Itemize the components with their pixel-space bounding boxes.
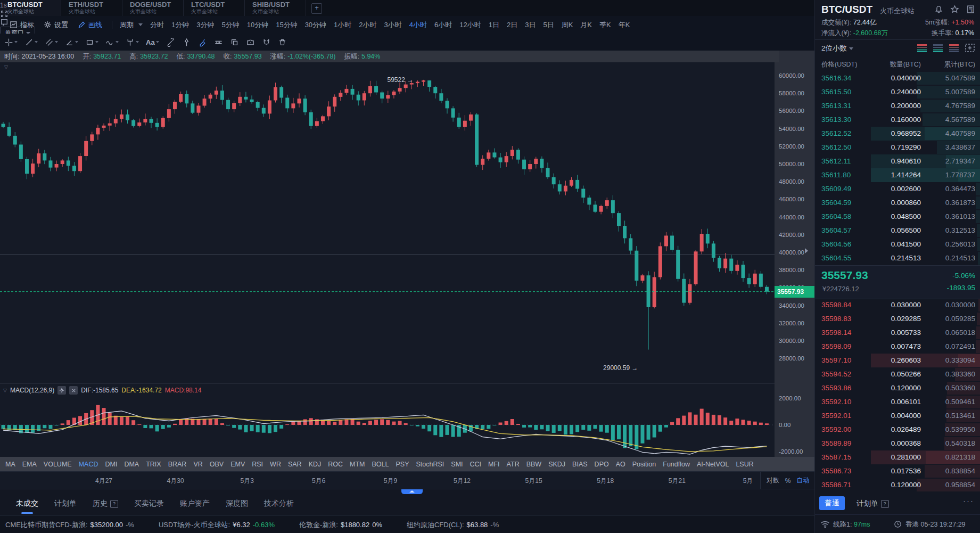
timeframe-12小时[interactable]: 12小时 — [459, 20, 481, 30]
layout-switch-icon[interactable]: B — [966, 5, 975, 14]
timeframe-月K[interactable]: 月K — [580, 20, 592, 30]
chart-collapse-chevron-icon[interactable]: ▽ — [4, 64, 8, 70]
indicator-tab-roc[interactable]: ROC — [328, 461, 343, 468]
ask-row[interactable]: 35613.300.1600004.567589 — [815, 113, 980, 127]
bid-row[interactable]: 35597.100.2606030.333094 — [815, 354, 980, 367]
ask-row[interactable]: 35604.590.0008600.361873 — [815, 196, 980, 210]
bid-row[interactable]: 35592.010.0040000.513461 — [815, 409, 980, 423]
macd-collapse-chevron-icon[interactable]: ▽ — [3, 388, 7, 393]
log-scale-toggle[interactable]: 对数 — [767, 476, 779, 485]
add-widget-icon[interactable] — [965, 43, 975, 53]
percent-scale-toggle[interactable]: % — [785, 477, 791, 485]
add-pair-button[interactable]: + — [311, 3, 322, 14]
bid-row[interactable]: 35593.860.1200000.503360 — [815, 381, 980, 395]
indicator-tab-ema[interactable]: EMA — [22, 461, 37, 468]
cursor-crosshair-tool-icon[interactable] — [3, 37, 19, 48]
collapse-handle[interactable] — [401, 489, 423, 494]
timeframe-1日[interactable]: 1日 — [489, 20, 499, 30]
measure-tool-icon[interactable] — [213, 37, 224, 48]
indicator-tab-emv[interactable]: EMV — [230, 461, 245, 468]
refresh-interval-label[interactable]: 1s — [0, 2, 7, 9]
ask-row[interactable]: 35616.340.0400005.047589 — [815, 71, 980, 85]
macd-close-icon[interactable] — [69, 386, 78, 395]
indicator-tab-boll[interactable]: BOLL — [372, 461, 389, 468]
bid-row[interactable]: 35592.000.0264890.539950 — [815, 423, 980, 437]
indicator-tab-atr[interactable]: ATR — [507, 461, 520, 468]
pair-tab-ltc[interactable]: LTC/USDT火币全球站 — [184, 0, 245, 17]
indicator-tab-vr[interactable]: VR — [193, 461, 202, 468]
fullscreen-icon[interactable] — [0, 10, 9, 18]
order-type-normal-button[interactable]: 普通 — [819, 496, 845, 510]
indicator-tab-ma[interactable]: MA — [5, 461, 15, 468]
indicator-tab-trix[interactable]: TRIX — [146, 461, 161, 468]
trend-line-tool-icon[interactable] — [23, 37, 39, 48]
ask-row[interactable]: 35604.570.0565000.312513 — [815, 224, 980, 237]
timeframe-年K[interactable]: 年K — [619, 20, 630, 30]
bid-row[interactable]: 35587.150.2810000.821318 — [815, 450, 980, 464]
timeframe-周K[interactable]: 周K — [562, 20, 573, 30]
pair-tab-doge[interactable]: DOGE/USDT火币全球站 — [122, 0, 184, 17]
timeframe-10分钟[interactable]: 10分钟 — [247, 20, 268, 30]
indicator-tab-ao[interactable]: AO — [616, 461, 625, 468]
timeframe-分时[interactable]: 分时 — [150, 20, 164, 30]
favorite-star-icon[interactable] — [950, 5, 959, 14]
ask-row[interactable]: 35612.520.9689524.407589 — [815, 127, 980, 141]
timeframe-3日[interactable]: 3日 — [525, 20, 536, 30]
pin-tool-icon[interactable] — [181, 37, 192, 48]
indicator-tab-smi[interactable]: SMI — [451, 461, 463, 468]
timeframe-2日[interactable]: 2日 — [507, 20, 517, 30]
timeframe-季K[interactable]: 季K — [599, 20, 611, 30]
bid-row[interactable]: 35592.100.0061010.509461 — [815, 395, 980, 409]
indicator-tab-volume[interactable]: VOLUME — [44, 461, 72, 468]
ask-row[interactable]: 35613.310.2000004.767589 — [815, 99, 980, 113]
settings-button[interactable]: 设置 — [44, 20, 68, 30]
indicator-tab-mtm[interactable]: MTM — [350, 461, 365, 468]
indicator-tab-bias[interactable]: BIAS — [572, 461, 588, 468]
wave-line-tool-icon[interactable] — [104, 37, 120, 48]
ask-row[interactable]: 35611.801.4142641.778737 — [815, 168, 980, 182]
timeframe-2小时[interactable]: 2小时 — [359, 20, 376, 30]
indicator-tab-wr[interactable]: WR — [270, 461, 281, 468]
indicator-tab-position[interactable]: Position — [632, 461, 656, 468]
indicator-tab-mfi[interactable]: MFI — [488, 461, 500, 468]
rectangle-shape-tool-icon[interactable] — [84, 37, 100, 48]
indicator-tab-kdj[interactable]: KDJ — [309, 461, 322, 468]
indicator-tab-macd[interactable]: MACD — [79, 461, 98, 468]
timeframe-6小时[interactable]: 6小时 — [434, 20, 452, 30]
bid-row[interactable]: 35594.520.0502660.383360 — [815, 367, 980, 381]
timeframe-15分钟[interactable]: 15分钟 — [276, 20, 297, 30]
ask-row[interactable]: 35609.490.0026000.364473 — [815, 182, 980, 196]
indicator-tab-sar[interactable]: SAR — [288, 461, 302, 468]
timeframe-1小时[interactable]: 1小时 — [334, 20, 351, 30]
time-axis[interactable]: 对数 % 自动 4月274月305月35月65月95月125月155月185月2… — [0, 471, 814, 489]
last-price-block[interactable]: 35557.93 -5.06% ¥224726.12 -1893.95 — [815, 265, 980, 299]
indicator-tab-bbw[interactable]: BBW — [526, 461, 541, 468]
bid-row[interactable]: 35589.890.0003680.540318 — [815, 437, 980, 450]
orders-tab-深度图[interactable]: 深度图 — [226, 489, 248, 509]
timeframe-5分钟[interactable]: 5分钟 — [221, 20, 239, 30]
book-view-bids-icon[interactable] — [933, 43, 943, 53]
pitchfork-tool-icon[interactable] — [125, 37, 140, 48]
magnet-tool-icon[interactable] — [261, 37, 272, 48]
book-view-asks-icon[interactable] — [949, 43, 959, 53]
indicator-tab-stochrsi[interactable]: StochRSI — [416, 461, 444, 468]
ask-row[interactable]: 35604.560.0415000.256013 — [815, 237, 980, 251]
timeframe-3小时[interactable]: 3小时 — [384, 20, 402, 30]
bid-row[interactable]: 35598.140.0057330.065018 — [815, 326, 980, 340]
timeframe-3分钟[interactable]: 3分钟 — [196, 20, 214, 30]
parallel-channel-tool-icon[interactable] — [44, 37, 59, 48]
more-options-button[interactable]: ··· — [963, 496, 974, 505]
bid-row[interactable]: 35598.090.0074730.072491 — [815, 340, 980, 354]
orders-tab-历史[interactable]: 历史? — [93, 489, 118, 509]
collapse-panel-arrow-icon[interactable] — [805, 248, 808, 253]
draw-button[interactable]: 画线 — [78, 20, 102, 30]
bid-row[interactable]: 35598.840.0300000.030000 — [815, 298, 980, 312]
bid-row[interactable]: 35586.710.1200000.958854 — [815, 478, 980, 492]
indicator-tab-ai-netvol[interactable]: AI-NetVOL — [697, 461, 729, 468]
decimals-dropdown[interactable]: 2位小数 — [821, 44, 853, 53]
candlestick-chart-canvas[interactable]: 59522 →29000.59 → — [0, 51, 775, 457]
timeframe-4小时[interactable]: 4小时 — [409, 20, 427, 30]
bid-row[interactable]: 35598.830.0292850.059285 — [815, 312, 980, 326]
orders-tab-技术分析[interactable]: 技术分析 — [264, 489, 294, 509]
ask-row[interactable]: 35612.500.7192903.438637 — [815, 141, 980, 154]
